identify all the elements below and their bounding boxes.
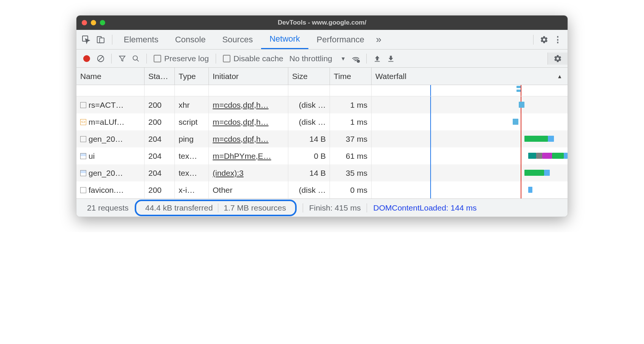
network-toolbar: Preserve log Disable cache No throttling… xyxy=(76,50,568,68)
network-table: Name Sta… Type Initiator Size Time Water… xyxy=(76,68,568,198)
waterfall-bar xyxy=(528,153,536,159)
more-menu-icon[interactable]: ⋮ xyxy=(552,34,564,46)
waterfall-bar xyxy=(542,153,552,159)
cell-initiator[interactable]: m=cdos,dpf,h… xyxy=(209,96,288,113)
tab-sources[interactable]: Sources xyxy=(214,30,261,49)
record-button[interactable] xyxy=(83,55,90,62)
tab-elements[interactable]: Elements xyxy=(115,30,167,49)
col-type[interactable]: Type xyxy=(175,68,209,85)
settings-gear-icon[interactable] xyxy=(538,34,550,46)
cell-initiator[interactable]: m=cdos,dpf,h… xyxy=(209,130,288,147)
main-tabbar: ElementsConsoleSourcesNetworkPerformance… xyxy=(76,30,568,50)
waterfall-bar xyxy=(564,153,568,159)
cell-name: gen_20… xyxy=(76,164,145,181)
cell-initiator[interactable]: m=cdos,dpf,h… xyxy=(209,113,288,130)
cell-status: 204 xyxy=(145,147,175,164)
close-window-button[interactable] xyxy=(82,20,87,25)
throttling-dropdown[interactable]: No throttling ▼ xyxy=(287,54,348,63)
requests-count: 21 requests xyxy=(81,203,135,212)
disable-cache-label: Disable cache xyxy=(233,54,283,63)
separator xyxy=(112,35,112,45)
svg-point-5 xyxy=(133,56,138,60)
sort-asc-icon: ▲ xyxy=(557,73,562,79)
col-status[interactable]: Sta… xyxy=(145,68,175,85)
waterfall-bar xyxy=(548,136,554,142)
svg-line-6 xyxy=(137,59,139,61)
preserve-log-checkbox[interactable]: Preserve log xyxy=(151,54,211,63)
cell-size: (disk … xyxy=(288,181,330,198)
separator xyxy=(366,54,367,64)
separator xyxy=(216,54,216,64)
waterfall-bar xyxy=(519,102,525,108)
tab-console[interactable]: Console xyxy=(167,30,214,49)
chevron-down-icon: ▼ xyxy=(341,56,346,62)
table-row[interactable]: gen_20…204tex…(index):314 B35 ms xyxy=(76,164,568,181)
cell-size: 14 B xyxy=(288,130,330,147)
traffic-lights xyxy=(82,20,105,25)
cell-status: 204 xyxy=(145,164,175,181)
minimize-window-button[interactable] xyxy=(91,20,96,25)
waterfall-bar xyxy=(524,136,548,142)
throttling-label: No throttling xyxy=(289,54,332,63)
cell-initiator[interactable]: Other xyxy=(209,181,288,198)
more-tabs-icon[interactable]: » xyxy=(373,34,385,46)
col-size[interactable]: Size xyxy=(288,68,330,85)
cell-size: 0 B xyxy=(288,147,330,164)
preserve-log-label: Preserve log xyxy=(164,54,209,63)
network-conditions-icon[interactable] xyxy=(350,53,362,65)
cell-initiator[interactable]: (index):3 xyxy=(209,164,288,181)
tab-network[interactable]: Network xyxy=(261,30,308,49)
cell-type: x-i… xyxy=(175,181,209,198)
table-row[interactable]: <>m=aLUf…200scriptm=cdos,dpf,h…(disk …1 … xyxy=(76,113,568,130)
waterfall-ruler xyxy=(76,85,568,96)
disable-cache-checkbox[interactable]: Disable cache xyxy=(221,54,286,63)
cell-size: 14 B xyxy=(288,164,330,181)
cell-waterfall xyxy=(372,96,568,113)
cell-status: 200 xyxy=(145,181,175,198)
load-line xyxy=(521,85,521,96)
cell-waterfall xyxy=(372,113,568,130)
download-har-icon[interactable] xyxy=(385,53,397,65)
inspect-element-icon[interactable] xyxy=(80,34,92,46)
cell-waterfall xyxy=(372,181,568,198)
waterfall-bar xyxy=(528,187,532,193)
titlebar: DevTools - www.google.com/ xyxy=(76,15,568,30)
upload-har-icon[interactable] xyxy=(371,53,383,65)
col-time[interactable]: Time xyxy=(330,68,372,85)
cell-status: 204 xyxy=(145,130,175,147)
svg-rect-9 xyxy=(388,61,393,62)
search-icon[interactable] xyxy=(130,53,142,65)
maximize-window-button[interactable] xyxy=(100,20,105,25)
clear-icon[interactable] xyxy=(95,53,107,65)
separator xyxy=(111,54,112,64)
filter-icon[interactable] xyxy=(116,53,128,65)
cell-time: 1 ms xyxy=(330,96,372,113)
cell-name: gen_20… xyxy=(76,130,145,147)
cell-type: tex… xyxy=(175,147,209,164)
col-name[interactable]: Name xyxy=(76,68,145,85)
cell-waterfall xyxy=(372,147,568,164)
cell-status: 200 xyxy=(145,113,175,130)
cell-initiator[interactable]: m=DhPYme,E… xyxy=(209,147,288,164)
cell-name: rs=ACT… xyxy=(76,96,145,113)
devtools-window: DevTools - www.google.com/ ElementsConso… xyxy=(76,15,568,217)
col-waterfall[interactable]: Waterfall ▲ xyxy=(372,68,568,85)
separator xyxy=(146,54,147,64)
tab-performance[interactable]: Performance xyxy=(308,30,373,49)
domcontentloaded-time: DOMContentLoaded: 144 ms xyxy=(367,203,482,212)
table-row[interactable]: gen_20…204pingm=cdos,dpf,h…14 B37 ms xyxy=(76,130,568,147)
transferred-size: 44.4 kB transferred xyxy=(140,203,218,212)
table-row[interactable]: favicon.…200x-i…Other(disk …0 ms xyxy=(76,181,568,198)
cell-time: 35 ms xyxy=(330,164,372,181)
cell-type: ping xyxy=(175,130,209,147)
svg-rect-2 xyxy=(100,38,104,43)
cell-waterfall xyxy=(372,164,568,181)
network-settings-gear-icon[interactable] xyxy=(552,53,564,65)
cell-size: (disk … xyxy=(288,113,330,130)
device-toolbar-icon[interactable] xyxy=(95,34,107,46)
col-initiator[interactable]: Initiator xyxy=(209,68,288,85)
cell-type: xhr xyxy=(175,96,209,113)
cell-name: <>m=aLUf… xyxy=(76,113,145,130)
table-row[interactable]: ui204tex…m=DhPYme,E…0 B61 ms xyxy=(76,147,568,164)
table-row[interactable]: rs=ACT…200xhrm=cdos,dpf,h…(disk …1 ms xyxy=(76,96,568,113)
